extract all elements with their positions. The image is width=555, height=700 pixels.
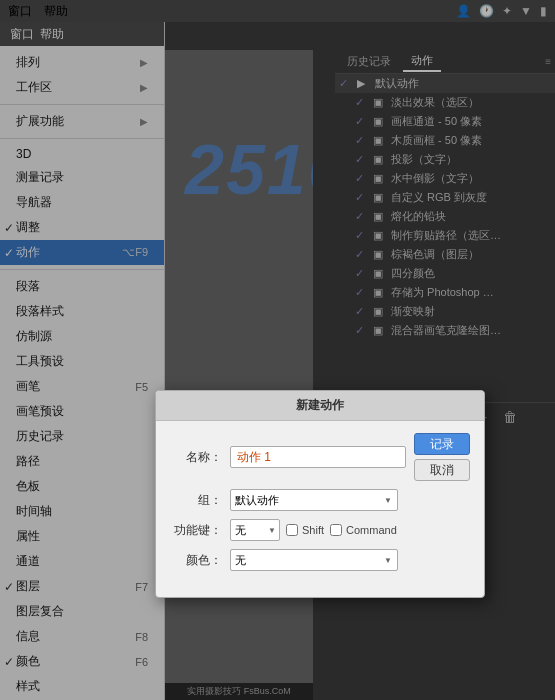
fkey-row: 功能键： 无 F2F3F4 F5F6F7 F8F9F10 Shift bbox=[170, 519, 470, 541]
name-input[interactable] bbox=[230, 446, 406, 468]
name-label: 名称： bbox=[170, 449, 222, 466]
fkey-select-wrapper: 无 F2F3F4 F5F6F7 F8F9F10 bbox=[230, 519, 280, 541]
shift-checkbox[interactable] bbox=[286, 524, 298, 536]
command-checkbox[interactable] bbox=[330, 524, 342, 536]
set-select[interactable]: 默认动作 bbox=[230, 489, 398, 511]
shift-checkbox-row: Shift bbox=[286, 524, 324, 536]
fkey-select[interactable]: 无 F2F3F4 F5F6F7 F8F9F10 bbox=[230, 519, 280, 541]
color-label: 颜色： bbox=[170, 552, 222, 569]
fkey-label: 功能键： bbox=[170, 522, 222, 539]
fkey-controls: 无 F2F3F4 F5F6F7 F8F9F10 Shift Command bbox=[230, 519, 398, 541]
color-row: 颜色： 无 红色橙色黄色 绿色蓝色紫色 灰色 bbox=[170, 549, 470, 571]
color-select[interactable]: 无 红色橙色黄色 绿色蓝色紫色 灰色 bbox=[230, 549, 398, 571]
set-select-wrapper: 默认动作 bbox=[230, 489, 398, 511]
dialog-body: 名称： 记录 取消 组： 默认动作 功能键： bbox=[156, 421, 484, 585]
name-row: 名称： 记录 取消 bbox=[170, 433, 470, 481]
new-action-dialog: 新建动作 名称： 记录 取消 组： 默认动作 bbox=[155, 390, 485, 598]
dialog-title: 新建动作 bbox=[156, 391, 484, 421]
shift-label: Shift bbox=[302, 524, 324, 536]
command-label: Command bbox=[346, 524, 397, 536]
color-select-wrapper: 无 红色橙色黄色 绿色蓝色紫色 灰色 bbox=[230, 549, 398, 571]
record-button[interactable]: 记录 bbox=[414, 433, 470, 455]
set-row: 组： 默认动作 bbox=[170, 489, 470, 511]
command-checkbox-row: Command bbox=[330, 524, 397, 536]
dialog-overlay: 新建动作 名称： 记录 取消 组： 默认动作 bbox=[0, 0, 555, 700]
set-label: 组： bbox=[170, 492, 222, 509]
dialog-buttons: 记录 取消 bbox=[414, 433, 470, 481]
cancel-button[interactable]: 取消 bbox=[414, 459, 470, 481]
